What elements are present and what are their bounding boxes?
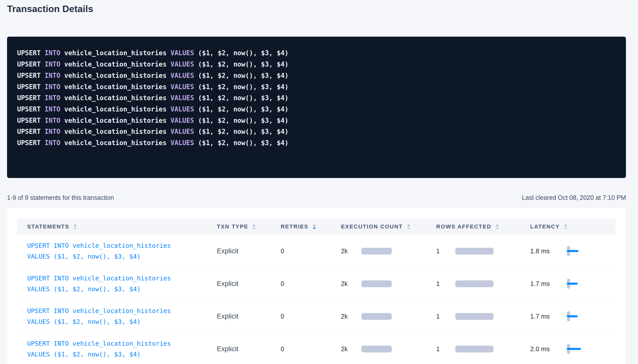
sql-statement-line: UPSERT INTO vehicle_location_histories V… [17, 126, 616, 137]
column-header-rows-affected[interactable]: ROWS AFFECTED [426, 219, 520, 235]
sort-ascending-icon[interactable] [313, 224, 316, 226]
sql-statement-line: UPSERT INTO vehicle_location_histories V… [17, 115, 616, 126]
column-header-retries[interactable]: RETRIES [271, 219, 331, 235]
rows-affected-bar [455, 280, 494, 287]
statements-summary-bar: 1-9 of 9 statements for this transaction… [7, 194, 626, 201]
sql-statement-line: UPSERT INTO vehicle_location_histories V… [17, 47, 616, 59]
execution-count-bar [361, 280, 392, 287]
latency-cell: 1.8 ms [530, 245, 615, 257]
sort-ascending-icon[interactable] [407, 224, 410, 226]
sort-descending-icon[interactable] [253, 227, 256, 229]
sort-ascending-icon[interactable] [564, 224, 567, 226]
rows-affected-cell: 1 [436, 345, 520, 353]
sql-table-name: vehicle_location_histories [64, 49, 171, 57]
execution-count-cell: 2k [341, 345, 426, 353]
sort-descending-icon[interactable] [407, 227, 410, 229]
txn-type-value: Explicit [217, 345, 238, 353]
sort-descending-icon[interactable] [496, 227, 499, 229]
execution-count-value: 2k [341, 313, 361, 320]
txn-type-value: Explicit [217, 313, 238, 320]
latency-value: 2.0 ms [530, 345, 567, 353]
latency-cell: 1.7 ms [530, 278, 615, 290]
rows-affected-value: 1 [436, 280, 455, 287]
latency-value: 1.8 ms [530, 247, 567, 255]
statement-cell: UPSERT INTO vehicle_location_histories V… [17, 300, 207, 333]
latency-bar [567, 348, 581, 350]
latency-bar [567, 315, 578, 317]
sort-ascending-icon[interactable] [253, 224, 256, 226]
table-header-row: STATEMENTS TXN TYPE RETRIES [17, 219, 615, 235]
column-header-execution-count[interactable]: EXECUTION COUNT [331, 219, 426, 235]
table-row: UPSERT INTO vehicle_location_histories V… [17, 300, 615, 333]
table-row: UPSERT INTO vehicle_location_histories V… [17, 333, 615, 364]
txn-type-value: Explicit [217, 247, 238, 255]
latency-value: 1.7 ms [530, 313, 567, 320]
latency-mini-chart [567, 310, 585, 322]
statement-link[interactable]: UPSERT INTO vehicle_location_histories V… [27, 240, 207, 262]
rows-affected-bar [455, 313, 494, 320]
sort-descending-icon[interactable] [74, 227, 77, 229]
latency-mini-chart [567, 343, 585, 355]
execution-count-cell: 2k [341, 313, 426, 320]
statement-cell: UPSERT INTO vehicle_location_histories V… [17, 267, 207, 300]
sql-args: ($1, $2, now(), $3, $4) [198, 49, 288, 57]
sort-ascending-icon[interactable] [496, 224, 499, 226]
sql-keyword-values: VALUES [171, 49, 198, 57]
statement-link[interactable]: UPSERT INTO vehicle_location_histories V… [27, 306, 207, 327]
retries-value: 0 [281, 313, 284, 320]
execution-count-bar [361, 248, 392, 255]
execution-count-bar [361, 346, 392, 352]
page-title: Transaction Details [7, 4, 626, 15]
rows-affected-value: 1 [436, 248, 455, 255]
column-header-txn-type[interactable]: TXN TYPE [207, 219, 271, 235]
sort-descending-active-icon[interactable] [313, 227, 316, 229]
statements-range-text: 1-9 of 9 statements for this transaction [7, 194, 114, 201]
table-row: UPSERT INTO vehicle_location_histories V… [17, 235, 615, 267]
statements-table: STATEMENTS TXN TYPE RETRIES [17, 219, 615, 364]
statement-link[interactable]: UPSERT INTO vehicle_location_histories V… [27, 338, 207, 360]
retries-value: 0 [281, 248, 284, 255]
statements-table-card: STATEMENTS TXN TYPE RETRIES [7, 208, 626, 364]
execution-count-value: 2k [341, 280, 361, 287]
rows-affected-cell: 1 [436, 280, 520, 287]
sql-statement-line: UPSERT INTO vehicle_location_histories V… [17, 92, 616, 104]
sql-statement-line: UPSERT INTO vehicle_location_histories V… [17, 59, 616, 70]
sort-ascending-icon[interactable] [74, 224, 77, 226]
statement-cell: UPSERT INTO vehicle_location_histories V… [17, 333, 207, 364]
execution-count-cell: 2k [341, 280, 426, 287]
column-header-latency[interactable]: LATENCY [520, 219, 615, 235]
sql-statement-line: UPSERT INTO vehicle_location_histories V… [17, 104, 616, 115]
latency-mini-chart [567, 278, 585, 290]
sql-keyword-into: INTO [45, 49, 64, 57]
last-cleared-text: Last cleared Oct 08, 2020 at 7:10 PM [522, 194, 626, 201]
table-row: UPSERT INTO vehicle_location_histories V… [17, 267, 615, 300]
transaction-details-page: Transaction Details UPSERT INTO vehicle_… [0, 0, 638, 364]
execution-count-bar [361, 313, 392, 320]
sql-statement-line: UPSERT INTO vehicle_location_histories V… [17, 81, 616, 93]
txn-type-value: Explicit [217, 280, 238, 287]
latency-bar [567, 250, 578, 252]
sql-statement-line: UPSERT INTO vehicle_location_histories V… [17, 137, 616, 149]
sql-keyword-upsert: UPSERT [17, 49, 45, 57]
rows-affected-bar [455, 248, 494, 255]
statement-cell: UPSERT INTO vehicle_location_histories V… [17, 235, 207, 267]
column-header-statements[interactable]: STATEMENTS [17, 219, 207, 235]
latency-cell: 2.0 ms [530, 343, 615, 355]
sql-statement-line: UPSERT INTO vehicle_location_histories V… [17, 70, 616, 81]
rows-affected-cell: 1 [436, 248, 520, 255]
statement-link[interactable]: UPSERT INTO vehicle_location_histories V… [27, 273, 207, 294]
latency-mini-chart [567, 245, 585, 257]
execution-count-cell: 2k [341, 248, 426, 255]
rows-affected-value: 1 [436, 345, 455, 353]
retries-value: 0 [281, 280, 284, 287]
rows-affected-value: 1 [436, 313, 455, 320]
rows-affected-bar [455, 346, 494, 352]
latency-bar [567, 283, 578, 285]
sql-statements-box: UPSERT INTO vehicle_location_histories V… [7, 37, 626, 178]
sort-descending-icon[interactable] [564, 227, 567, 229]
retries-value: 0 [281, 345, 284, 352]
execution-count-value: 2k [341, 248, 361, 255]
latency-cell: 1.7 ms [530, 310, 615, 322]
rows-affected-cell: 1 [436, 313, 520, 320]
execution-count-value: 2k [341, 345, 361, 353]
